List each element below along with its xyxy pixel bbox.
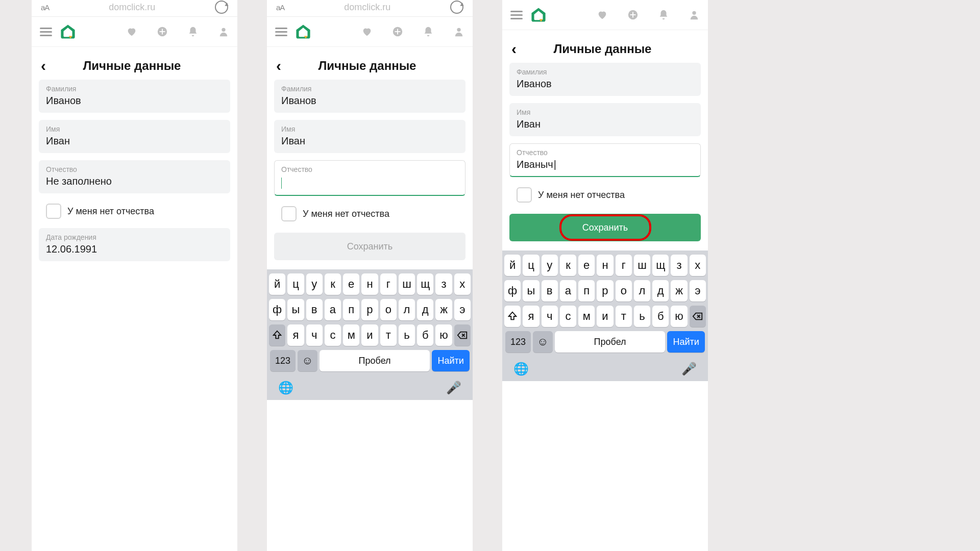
key-ж[interactable]: ж (435, 299, 452, 320)
key-г[interactable]: г (616, 255, 632, 276)
save-button[interactable]: Сохранить (509, 214, 701, 241)
reload-icon[interactable] (215, 1, 228, 14)
key-р[interactable]: р (597, 280, 613, 302)
key-щ[interactable]: щ (417, 273, 433, 295)
checkbox-icon[interactable] (517, 187, 532, 203)
text-size-icon[interactable]: aA (276, 3, 284, 12)
key-ь[interactable]: ь (399, 324, 415, 346)
save-button[interactable]: Сохранить (274, 233, 465, 260)
heart-icon[interactable] (361, 26, 373, 37)
user-icon[interactable] (689, 9, 700, 20)
menu-icon[interactable] (40, 28, 52, 36)
key-щ[interactable]: щ (652, 255, 669, 276)
find-key[interactable]: Найти (667, 331, 705, 353)
key-а[interactable]: а (325, 299, 341, 320)
birthdate-field[interactable]: Дата рождения 12.06.1991 (39, 228, 230, 261)
checkbox-icon[interactable] (46, 204, 61, 219)
key-ч[interactable]: ч (306, 324, 323, 346)
key-н[interactable]: н (361, 273, 378, 295)
emoji-key[interactable]: ☺ (533, 331, 553, 353)
key-и[interactable]: и (597, 306, 613, 327)
surname-field[interactable]: Фамилия Иванов (39, 80, 230, 113)
emoji-key[interactable]: ☺ (298, 350, 317, 371)
key-в[interactable]: в (306, 299, 323, 320)
key-т[interactable]: т (380, 324, 397, 346)
key-ю[interactable]: ю (435, 324, 452, 346)
heart-icon[interactable] (126, 26, 137, 37)
plus-icon[interactable] (627, 9, 639, 20)
key-ь[interactable]: ь (634, 306, 650, 327)
numbers-key[interactable]: 123 (270, 350, 296, 371)
mic-icon[interactable]: 🎤 (681, 362, 697, 376)
shift-key[interactable] (504, 306, 521, 327)
key-р[interactable]: р (361, 299, 378, 320)
plus-icon[interactable] (392, 26, 403, 37)
shift-key[interactable] (269, 324, 285, 346)
no-patronymic-checkbox[interactable]: У меня нет отчества (39, 201, 230, 221)
backspace-key[interactable] (454, 324, 471, 346)
key-к[interactable]: к (325, 273, 341, 295)
plus-icon[interactable] (157, 26, 168, 37)
logo-icon[interactable] (530, 6, 547, 23)
no-patronymic-checkbox[interactable]: У меня нет отчества (274, 203, 465, 223)
name-field[interactable]: Имя Иван (509, 103, 701, 136)
numbers-key[interactable]: 123 (505, 331, 531, 353)
key-ц[interactable]: ц (287, 273, 304, 295)
key-ш[interactable]: ш (634, 255, 650, 276)
key-я[interactable]: я (287, 324, 304, 346)
key-б[interactable]: б (652, 306, 669, 327)
key-э[interactable]: э (690, 280, 706, 302)
key-н[interactable]: н (597, 255, 613, 276)
key-п[interactable]: п (343, 299, 359, 320)
key-ф[interactable]: ф (504, 280, 521, 302)
find-key[interactable]: Найти (432, 350, 470, 371)
space-key[interactable]: Пробел (555, 331, 666, 353)
patronymic-field[interactable]: Отчество (274, 160, 465, 196)
key-в[interactable]: в (542, 280, 558, 302)
key-о[interactable]: о (616, 280, 632, 302)
user-icon[interactable] (453, 26, 464, 37)
menu-icon[interactable] (275, 28, 287, 36)
key-м[interactable]: м (578, 306, 595, 327)
key-з[interactable]: з (435, 273, 452, 295)
key-ю[interactable]: ю (671, 306, 687, 327)
key-х[interactable]: х (454, 273, 471, 295)
key-п[interactable]: п (578, 280, 595, 302)
key-а[interactable]: а (560, 280, 576, 302)
key-б[interactable]: б (417, 324, 433, 346)
heart-icon[interactable] (597, 9, 608, 20)
key-д[interactable]: д (417, 299, 433, 320)
patronymic-field[interactable]: Отчество Иваныч (509, 143, 701, 177)
key-е[interactable]: е (578, 255, 595, 276)
key-д[interactable]: д (652, 280, 669, 302)
logo-icon[interactable] (59, 23, 77, 40)
menu-icon[interactable] (510, 11, 523, 19)
backspace-key[interactable] (690, 306, 706, 327)
key-с[interactable]: с (560, 306, 576, 327)
name-field[interactable]: Имя Иван (274, 120, 465, 153)
key-к[interactable]: к (560, 255, 576, 276)
key-ы[interactable]: ы (523, 280, 539, 302)
key-т[interactable]: т (616, 306, 632, 327)
key-э[interactable]: э (454, 299, 471, 320)
key-у[interactable]: у (542, 255, 558, 276)
mic-icon[interactable]: 🎤 (446, 381, 461, 395)
surname-field[interactable]: Фамилия Иванов (274, 80, 465, 113)
key-г[interactable]: г (380, 273, 397, 295)
key-ы[interactable]: ы (287, 299, 304, 320)
key-ш[interactable]: ш (399, 273, 415, 295)
checkbox-icon[interactable] (281, 206, 297, 221)
key-о[interactable]: о (380, 299, 397, 320)
reload-icon[interactable] (450, 1, 463, 14)
bell-icon[interactable] (187, 26, 199, 37)
key-ч[interactable]: ч (542, 306, 558, 327)
patronymic-field[interactable]: Отчество Не заполнено (39, 160, 230, 193)
key-й[interactable]: й (504, 255, 521, 276)
key-м[interactable]: м (343, 324, 359, 346)
key-л[interactable]: л (399, 299, 415, 320)
globe-icon[interactable]: 🌐 (513, 362, 529, 376)
key-л[interactable]: л (634, 280, 650, 302)
key-й[interactable]: й (269, 273, 285, 295)
key-з[interactable]: з (671, 255, 687, 276)
key-я[interactable]: я (523, 306, 539, 327)
